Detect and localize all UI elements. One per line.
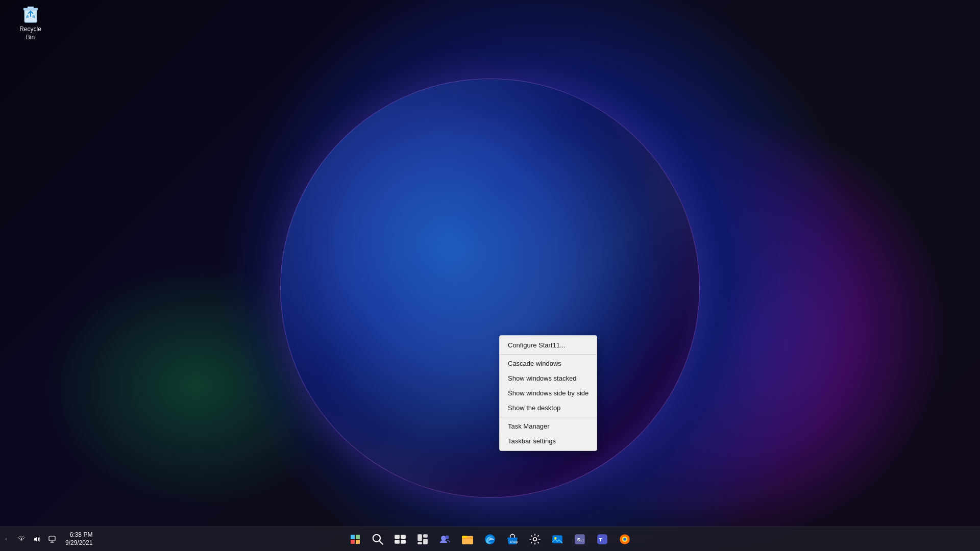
- svg-rect-7: [395, 540, 400, 544]
- widgets-button[interactable]: [412, 527, 433, 552]
- svg-text:11: 11: [580, 538, 584, 542]
- svg-line-4: [379, 541, 383, 544]
- desktop: [0, 0, 980, 551]
- context-menu: Configure Start11... Cascade windows Sho…: [499, 335, 597, 451]
- svg-point-19: [533, 537, 537, 541]
- svg-point-14: [446, 535, 449, 539]
- start-button[interactable]: [345, 527, 365, 552]
- settings-button[interactable]: [525, 527, 545, 552]
- context-menu-separator-1: [500, 354, 597, 355]
- context-menu-separator-2: [500, 417, 597, 417]
- context-menu-item-cascade-windows[interactable]: Cascade windows: [500, 356, 597, 371]
- chat-button[interactable]: [435, 527, 455, 552]
- context-menu-item-show-side-by-side[interactable]: Show windows side by side: [500, 386, 597, 400]
- search-button[interactable]: [368, 527, 388, 552]
- svg-rect-9: [418, 534, 422, 541]
- network-icon[interactable]: [15, 533, 28, 545]
- store-button[interactable]: shop: [502, 527, 523, 552]
- recycle-bin-icon[interactable]: Recycle Bin: [14, 1, 47, 43]
- context-menu-item-show-desktop[interactable]: Show the desktop: [500, 400, 597, 415]
- action-center-icon[interactable]: [46, 533, 58, 545]
- teams-button[interactable]: T: [592, 527, 612, 552]
- svg-point-29: [623, 538, 626, 540]
- search-icon: [372, 533, 384, 545]
- store-icon: shop: [506, 533, 519, 545]
- recycle-bin-label: Recycle Bin: [16, 26, 45, 41]
- edge-button[interactable]: [480, 527, 500, 552]
- svg-rect-30: [49, 536, 55, 541]
- browser2-icon: [619, 533, 631, 545]
- settings-icon: [529, 533, 541, 545]
- task-view-button[interactable]: [390, 527, 410, 552]
- edge-icon: [484, 533, 496, 545]
- svg-rect-5: [395, 535, 400, 539]
- context-menu-item-configure-start11[interactable]: Configure Start11...: [500, 338, 597, 353]
- task-view-icon: [394, 533, 406, 545]
- context-menu-item-taskbar-settings[interactable]: Taskbar settings: [500, 434, 597, 448]
- teams-icon: T: [596, 533, 608, 545]
- svg-rect-17: [462, 536, 467, 538]
- context-menu-item-task-manager[interactable]: Task Manager: [500, 419, 597, 434]
- svg-rect-2: [28, 7, 34, 9]
- sticker-button[interactable]: S 11: [570, 527, 590, 552]
- windows-logo-icon: [351, 535, 360, 544]
- svg-rect-6: [401, 535, 406, 539]
- svg-text:shop: shop: [510, 539, 519, 543]
- browser2-button[interactable]: [615, 527, 635, 552]
- context-menu-item-show-stacked[interactable]: Show windows stacked: [500, 371, 597, 386]
- photos-icon: [551, 533, 564, 545]
- widgets-icon: [416, 533, 429, 545]
- svg-rect-12: [423, 538, 428, 544]
- svg-rect-10: [423, 534, 428, 538]
- clock-date: 9/29/2021: [65, 539, 92, 547]
- volume-icon[interactable]: [31, 533, 43, 545]
- tray-overflow-button[interactable]: ‹: [0, 533, 12, 545]
- svg-text:T: T: [599, 537, 602, 542]
- svg-point-13: [441, 536, 446, 541]
- photos-button[interactable]: [547, 527, 568, 552]
- system-tray: ‹: [0, 527, 103, 551]
- file-explorer-icon: [461, 533, 474, 545]
- sticker-icon: S 11: [574, 533, 586, 545]
- svg-point-21: [554, 537, 556, 539]
- taskbar: shop S 11: [0, 527, 980, 551]
- svg-rect-8: [401, 540, 406, 544]
- clock-time: 6:38 PM: [70, 531, 93, 539]
- file-explorer-button[interactable]: [457, 527, 478, 552]
- svg-rect-11: [418, 542, 422, 544]
- chat-icon: [439, 533, 451, 545]
- taskbar-center: shop S 11: [345, 527, 635, 552]
- clock[interactable]: 6:38 PM 9/29/2021: [61, 531, 96, 547]
